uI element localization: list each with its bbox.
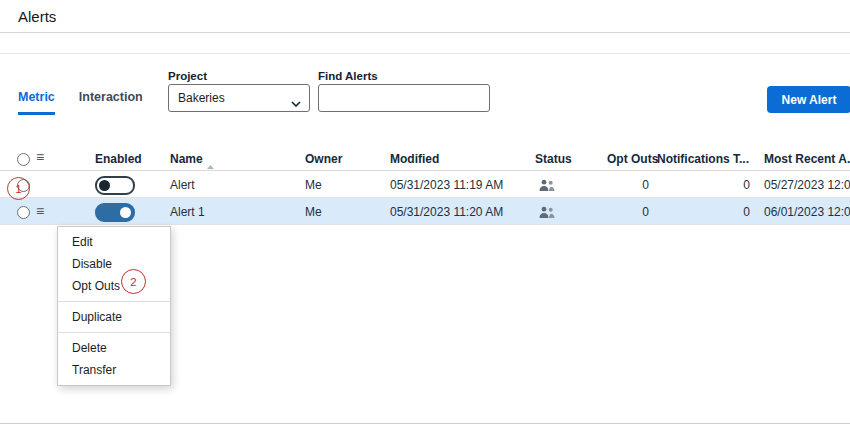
menu-divider [58, 332, 170, 333]
cell-notifications: 0 [700, 205, 750, 219]
column-header-opt-outs[interactable]: Opt Outs [607, 152, 658, 166]
table-row[interactable]: ≡ Alert 1 Me 05/31/2023 11:20 AM 0 0 06/… [0, 198, 850, 225]
project-label: Project [168, 70, 207, 82]
drag-handle-icon[interactable]: ≡ [36, 150, 44, 164]
column-header-name[interactable]: Name [170, 152, 203, 166]
enabled-toggle[interactable] [95, 203, 135, 222]
bottom-divider [0, 423, 850, 424]
cell-name[interactable]: Alert 1 [170, 205, 205, 219]
menu-item-edit[interactable]: Edit [58, 231, 170, 253]
column-header-status[interactable]: Status [535, 152, 572, 166]
column-header-owner[interactable]: Owner [305, 152, 342, 166]
menu-item-opt-outs[interactable]: Opt Outs [58, 275, 170, 297]
cell-modified: 05/31/2023 11:19 AM [390, 178, 503, 192]
cell-name[interactable]: Alert [170, 178, 195, 192]
menu-item-transfer[interactable]: Transfer [58, 359, 170, 381]
cell-modified: 05/31/2023 11:20 AM [390, 205, 503, 219]
drag-handle-icon[interactable]: ≡ [36, 204, 44, 218]
menu-divider [58, 301, 170, 302]
column-header-enabled[interactable]: Enabled [95, 152, 142, 166]
new-alert-button[interactable]: New Alert [767, 86, 850, 113]
find-alerts-label: Find Alerts [318, 70, 378, 82]
cell-most-recent: 05/27/2023 12:0 [764, 178, 850, 192]
toggle-knob [120, 207, 131, 218]
table-row[interactable]: Alert Me 05/31/2023 11:19 AM 0 0 05/27/2… [0, 171, 850, 198]
menu-item-disable[interactable]: Disable [58, 253, 170, 275]
people-icon [538, 206, 555, 222]
menu-item-duplicate[interactable]: Duplicate [58, 306, 170, 328]
cell-owner: Me [305, 178, 322, 192]
project-select-value: Bakeries [178, 91, 225, 105]
select-all-radio[interactable] [17, 153, 30, 166]
enabled-toggle[interactable] [95, 176, 135, 195]
find-alerts-input[interactable] [318, 84, 490, 112]
column-header-most-recent[interactable]: Most Recent A... [764, 152, 850, 166]
tab-bar: Metric Interaction [18, 90, 143, 115]
toggle-knob [99, 180, 110, 191]
people-icon [538, 179, 555, 195]
chevron-down-icon [291, 96, 301, 110]
row-context-menu: Edit Disable Opt Outs Duplicate Delete T… [57, 226, 171, 386]
project-select[interactable]: Bakeries [168, 84, 310, 112]
cell-owner: Me [305, 205, 322, 219]
menu-item-delete[interactable]: Delete [58, 337, 170, 359]
alerts-page: Alerts Metric Interaction Project Bakeri… [0, 0, 850, 425]
header-divider [0, 32, 850, 33]
page-title: Alerts [18, 8, 56, 25]
cell-opt-outs: 0 [601, 178, 649, 192]
cell-most-recent: 06/01/2023 12:0 [764, 205, 850, 219]
cell-opt-outs: 0 [601, 205, 649, 219]
annotation-circle-1: 1 [7, 177, 30, 200]
cell-notifications: 0 [700, 178, 750, 192]
tab-interaction[interactable]: Interaction [79, 90, 143, 115]
tab-metric[interactable]: Metric [18, 90, 55, 115]
row-select-radio[interactable] [17, 206, 30, 219]
annotation-circle-2: 2 [121, 269, 146, 294]
section-divider [0, 53, 850, 54]
column-header-notifications[interactable]: Notifications T... [657, 152, 749, 166]
column-header-modified[interactable]: Modified [390, 152, 439, 166]
